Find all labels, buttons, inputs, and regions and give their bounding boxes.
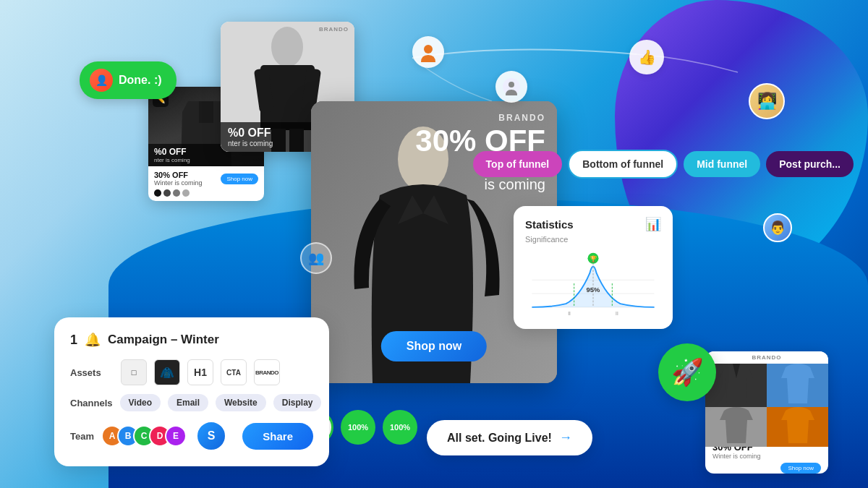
assets-row: Assets □ 🧥 H1 CTA BRANDO <box>70 359 313 385</box>
svg-text:II: II <box>616 311 618 316</box>
svg-point-3 <box>271 27 303 67</box>
product-card: BRANDO 30% OFF Winter is coming Shop n <box>705 351 828 474</box>
channel-display[interactable]: Display <box>273 394 322 411</box>
done-bubble: 👤 Done. :) <box>80 61 176 99</box>
user-icon-1 <box>418 42 438 62</box>
chart-icon: 👍 <box>638 48 656 66</box>
done-avatar: 👤 <box>90 69 113 92</box>
done-text: Done. :) <box>119 74 162 87</box>
funnel-pill-mid[interactable]: Mid funnel <box>684 151 760 177</box>
team-avatar-selected: S <box>195 420 227 452</box>
svg-rect-1 <box>199 101 213 123</box>
notification-bell-icon[interactable]: 🔔 <box>85 332 101 348</box>
product-brando: BRANDO <box>705 351 828 364</box>
funnel-pill-top[interactable]: Top of funnel <box>473 151 563 177</box>
ad-card-small-body: 30% OFF Winter is coming Shop now <box>148 166 264 201</box>
channel-video[interactable]: Video <box>120 394 161 411</box>
campaign-header: 1 🔔 Campaign – Winter <box>70 332 313 348</box>
stats-subtitle: Significance <box>525 235 661 244</box>
going-live-button[interactable]: All set. Going Live! → <box>427 420 592 455</box>
team-avatar-5: E <box>165 425 187 447</box>
winter-label-small: Winter is coming <box>154 179 203 187</box>
shop-now-button[interactable]: Shop now <box>381 331 487 361</box>
team-row: Team A B C D E S Share <box>70 420 313 452</box>
assets-label: Assets <box>70 367 114 378</box>
stats-header: Statistics 📊 <box>525 216 661 232</box>
channels-label: Channels <box>70 398 113 408</box>
product-img-jacket-gray <box>705 407 767 447</box>
going-live-arrow: → <box>559 430 572 445</box>
statistics-card: Statistics 📊 Significance 95% 🏆 II II <box>514 206 673 329</box>
user-avatar-circle-2 <box>495 71 527 103</box>
shop-button-small[interactable]: Shop now <box>221 174 258 184</box>
svg-text:95%: 95% <box>587 286 600 294</box>
asset-h1[interactable]: H1 <box>187 359 213 385</box>
asset-jacket[interactable]: 🧥 <box>154 359 180 385</box>
stats-chart-icon: 📊 <box>645 216 661 232</box>
asset-cta[interactable]: CTA <box>221 359 247 385</box>
product-img-jacket-orange <box>767 407 828 447</box>
floating-chart-icon-circle: 👍 <box>629 40 664 74</box>
channels-row: Channels Video Email Website Display <box>70 394 313 411</box>
user-photo-circle-top-right: 👩‍💻 <box>749 83 785 119</box>
off-label-small: 30% OFF <box>154 171 203 179</box>
rocket-icon-circle: 🚀 <box>658 343 716 401</box>
channel-email[interactable]: Email <box>168 394 208 411</box>
funnel-pill-post[interactable]: Post purch... <box>766 151 854 177</box>
product-images <box>705 364 828 436</box>
going-live-text: All set. Going Live! <box>447 432 552 445</box>
asset-image[interactable]: □ <box>121 359 147 385</box>
team-label: Team <box>70 431 94 442</box>
channel-website[interactable]: Website <box>216 394 266 411</box>
product-shop-button[interactable]: Shop now <box>780 463 821 474</box>
funnel-pill-bottom[interactable]: Bottom of funnel <box>568 150 678 179</box>
svg-point-23 <box>424 45 433 53</box>
funnel-pills-container: Top of funnel Bottom of funnel Mid funne… <box>473 150 854 179</box>
jacket-icon-gray <box>718 407 754 447</box>
user-icon-2 <box>503 78 520 95</box>
color-swatches <box>154 189 258 197</box>
product-tagline: Winter is coming <box>712 453 821 460</box>
asset-brando[interactable]: BRANDO <box>254 359 280 385</box>
stats-title: Statistics <box>525 218 574 231</box>
user-photo-circle-mid-right: 👨 <box>763 213 792 242</box>
bell-curve-chart: 95% 🏆 II II <box>525 251 661 316</box>
progress-circle-3: 100% <box>341 410 375 445</box>
team-avatar-stack: A B C D E <box>101 425 187 447</box>
jacket-icon-orange <box>780 407 816 447</box>
main-brando: BRANDO <box>415 113 545 123</box>
progress-circle-4: 100% <box>383 410 417 445</box>
product-img-jacket-blue <box>767 364 828 407</box>
user-avatar-circle-1 <box>412 36 444 68</box>
svg-point-25 <box>509 82 514 87</box>
rocket-icon: 🚀 <box>671 357 704 388</box>
campaign-panel: 1 🔔 Campaign – Winter Assets □ 🧥 H1 CTA … <box>54 317 329 466</box>
people-group-icon: 👥 <box>300 242 332 274</box>
svg-text:II: II <box>568 311 571 316</box>
jacket-icon-blue <box>780 364 816 407</box>
share-button[interactable]: Share <box>242 423 313 450</box>
svg-text:🏆: 🏆 <box>590 255 597 263</box>
campaign-title: Campaign – Winter <box>108 333 219 347</box>
brando-label-med: BRANDO <box>319 26 349 33</box>
jacket-icon-dark <box>718 364 754 407</box>
campaign-number: 1 <box>70 333 77 348</box>
